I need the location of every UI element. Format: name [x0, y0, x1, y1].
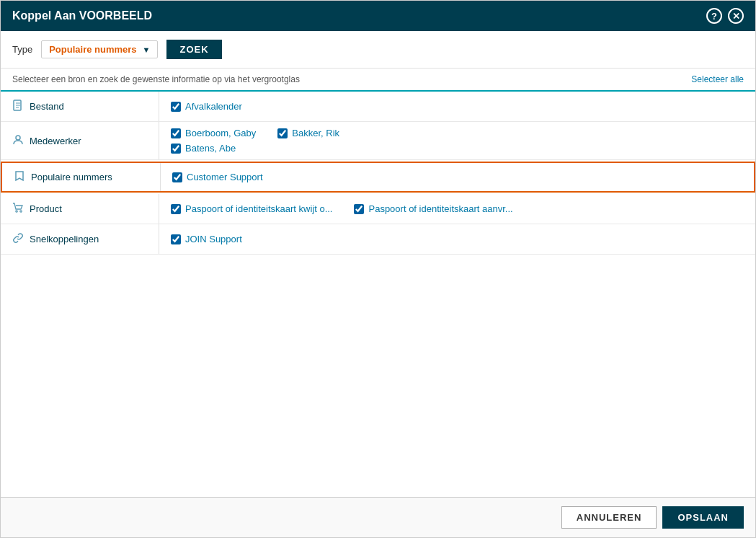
row-items-bestand: Afvalkalender — [159, 92, 755, 121]
title-bar-actions: ? ✕ — [706, 8, 744, 24]
dialog-title: Koppel Aan VOORBEELD — [12, 9, 152, 22]
checkbox[interactable] — [171, 128, 181, 138]
check-label: JOIN Support — [185, 234, 242, 244]
row-items-populaire-nummers: Customer Support — [161, 163, 754, 191]
svg-point-5 — [16, 211, 17, 212]
row-populaire-nummers: Populaire nummersCustomer Support — [1, 162, 755, 193]
type-value: Populaire nummers — [49, 44, 136, 55]
footer: ANNULEREN OPSLAAN — [1, 497, 755, 537]
check-item[interactable]: JOIN Support — [171, 234, 242, 244]
row-label-bestand: Bestand — [1, 92, 159, 121]
save-button[interactable]: OPSLAAN — [662, 506, 744, 529]
row-bestand: BestandAfvalkalender — [1, 92, 755, 122]
svg-point-6 — [20, 211, 22, 212]
check-item[interactable]: Afvalkalender — [171, 101, 242, 112]
row-items-medewerker: Boerboom, GabyBakker, RikBatens, Abe — [159, 122, 755, 159]
checkbox[interactable] — [171, 144, 181, 154]
row-medewerker: MedewerkerBoerboom, GabyBakker, RikBaten… — [1, 122, 755, 160]
product-label: Product — [30, 203, 62, 214]
bestand-label: Bestand — [30, 101, 64, 112]
row-items-product: Paspoort of identiteitskaart kwijt o...P… — [159, 194, 755, 224]
row-snelkoppelingen: SnelkoppelingenJOIN Support — [1, 224, 755, 255]
title-bar: Koppel Aan VOORBEELD ? ✕ — [1, 1, 755, 31]
row-product: ProductPaspoort of identiteitskaart kwij… — [1, 194, 755, 224]
check-label: Afvalkalender — [185, 101, 242, 112]
checkbox[interactable] — [172, 172, 182, 182]
bestand-icon — [12, 100, 24, 113]
populaire-nummers-label: Populaire nummers — [31, 172, 112, 182]
check-item[interactable]: Paspoort of identiteitskaart kwijt o... — [171, 203, 332, 214]
row-label-snelkoppelingen: Snelkoppelingen — [1, 224, 159, 254]
close-icon: ✕ — [732, 11, 740, 22]
check-label: Customer Support — [187, 172, 263, 182]
check-item[interactable]: Batens, Abe — [171, 143, 236, 154]
snelkoppelingen-label: Snelkoppelingen — [30, 234, 99, 244]
check-item[interactable]: Paspoort of identiteitskaart aanvr... — [354, 203, 512, 214]
check-item[interactable]: Bakker, Rik — [277, 128, 339, 138]
help-icon: ? — [711, 11, 717, 22]
toolbar: Type Populaire nummers ▼ ZOEK — [1, 31, 755, 69]
medewerker-icon — [12, 134, 24, 148]
dialog: Koppel Aan VOORBEELD ? ✕ Type Populaire … — [0, 0, 756, 538]
info-text: Selecteer een bron en zoek de gewenste i… — [12, 74, 300, 84]
checkbox[interactable] — [171, 234, 181, 244]
info-bar: Selecteer een bron en zoek de gewenste i… — [1, 69, 755, 92]
check-label: Bakker, Rik — [292, 128, 339, 138]
checkbox[interactable] — [277, 128, 288, 138]
checkbox[interactable] — [171, 102, 181, 112]
search-button[interactable]: ZOEK — [166, 40, 221, 59]
row-label-product: Product — [1, 194, 159, 224]
row-label-medewerker: Medewerker — [1, 122, 159, 159]
select-all-link[interactable]: Selecteer alle — [691, 74, 744, 84]
cancel-button[interactable]: ANNULEREN — [561, 506, 657, 529]
type-dropdown[interactable]: Populaire nummers ▼ — [41, 40, 158, 58]
close-button[interactable]: ✕ — [728, 8, 744, 24]
svg-point-4 — [16, 136, 20, 140]
snelkoppelingen-icon — [12, 232, 24, 246]
medewerker-label: Medewerker — [30, 136, 81, 146]
check-label: Paspoort of identiteitskaart aanvr... — [368, 203, 512, 214]
type-label: Type — [12, 44, 32, 55]
check-label: Paspoort of identiteitskaart kwijt o... — [185, 203, 332, 214]
content-area: BestandAfvalkalenderMedewerkerBoerboom, … — [1, 92, 755, 497]
checkbox[interactable] — [171, 204, 181, 214]
check-label: Boerboom, Gaby — [185, 128, 256, 138]
row-label-populaire-nummers: Populaire nummers — [2, 163, 161, 191]
product-icon — [12, 202, 24, 216]
check-label: Batens, Abe — [185, 143, 236, 154]
row-items-snelkoppelingen: JOIN Support — [159, 224, 755, 254]
checkbox[interactable] — [354, 204, 364, 214]
populaire-nummers-icon — [14, 170, 25, 184]
help-button[interactable]: ? — [706, 8, 722, 24]
check-item[interactable]: Customer Support — [172, 172, 263, 182]
chevron-down-icon: ▼ — [143, 45, 151, 54]
check-item[interactable]: Boerboom, Gaby — [171, 128, 256, 138]
